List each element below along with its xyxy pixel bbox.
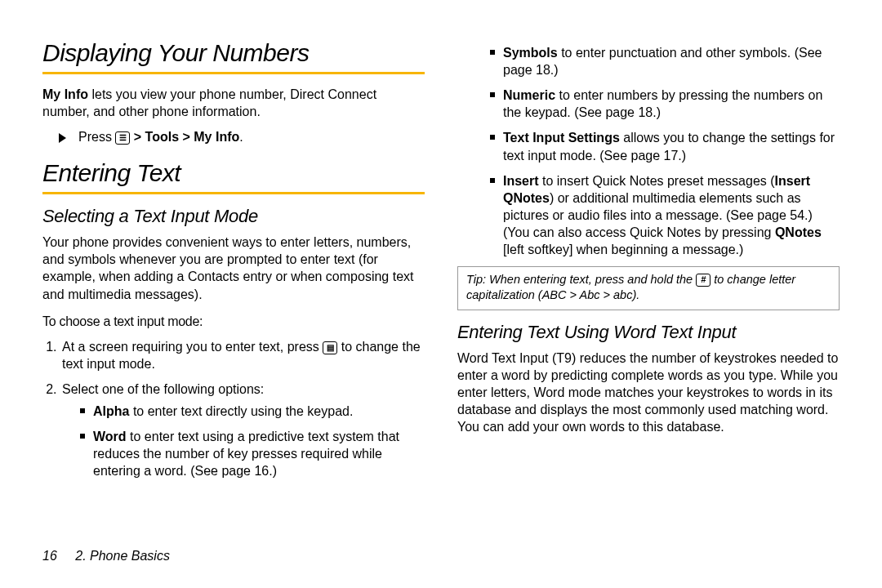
heading-displaying-numbers: Displaying Your Numbers [42,39,425,67]
option-word-label: Word [93,430,127,443]
step-2: Select one of the following options: Alp… [60,381,425,480]
myinfo-paragraph: My Info lets you view your phone number,… [42,86,425,120]
option-alpha-label: Alpha [93,404,129,418]
step1-text-a: At a screen requiring you to enter text,… [62,340,323,354]
option-insert-text1: to insert Quick Notes preset messages ( [539,174,775,188]
option-word-text: to enter text using a predictive text sy… [93,430,399,478]
option-tis-label: Text Input Settings [503,131,620,145]
tip-label: Tip: [466,273,486,286]
option-insert-qnotes2: QNotes [775,225,822,239]
option-alpha: Alpha to enter text directly using the k… [80,403,425,420]
option-insert-text2: ) or additional multimedia elements such… [503,191,813,239]
tip-text-a: When entering text, press and hold the [486,273,696,286]
press-instruction: Press > Tools > My Info. [42,130,425,145]
page-footer: 16 2. Phone Basics [42,549,840,564]
subheading-word-text-input: Entering Text Using Word Text Input [457,322,840,343]
right-column: Symbols to enter punctuation and other s… [457,39,840,541]
options-list-left: Alpha to enter text directly using the k… [62,403,425,479]
left-column: Displaying Your Numbers My Info lets you… [42,39,425,541]
options-key-icon [323,341,337,354]
chapter-title: 2. Phone Basics [75,549,170,563]
choose-mode-label: To choose a text input mode: [42,313,425,330]
option-alpha-text: to enter text directly using the keypad. [129,404,353,418]
option-numeric: Numeric to enter numbers by pressing the… [490,87,840,121]
option-symbols-label: Symbols [503,46,558,60]
option-insert: Insert to insert Quick Notes preset mess… [490,172,840,259]
options-list-right: Symbols to enter punctuation and other s… [457,44,840,258]
rule [42,192,425,194]
heading-entering-text: Entering Text [42,159,425,187]
option-word: Word to enter text using a predictive te… [80,428,425,479]
steps-list: At a screen requiring you to enter text,… [60,338,425,480]
step2-text: Select one of the following options: [62,382,264,396]
myinfo-bold: My Info [42,87,88,101]
page-number: 16 [42,549,57,563]
tip-box: Tip: When entering text, press and hold … [457,266,840,310]
press-dot: . [239,130,243,144]
rule [42,72,425,74]
option-numeric-label: Numeric [503,88,555,102]
triangle-bullet-icon [59,133,66,143]
hash-key-icon [696,274,710,287]
menu-key-icon [115,131,130,145]
step-1: At a screen requiring you to enter text,… [60,338,425,372]
press-path: > Tools > My Info [130,130,239,144]
option-symbols: Symbols to enter punctuation and other s… [490,44,840,78]
word-text-input-paragraph: Word Text Input (T9) reduces the number … [457,350,840,436]
select-mode-paragraph: Your phone provides convenient ways to e… [42,234,425,302]
option-text-input-settings: Text Input Settings allows you to change… [490,129,840,163]
option-insert-label: Insert [503,174,539,188]
subheading-select-mode: Selecting a Text Input Mode [42,206,425,227]
myinfo-text: lets you view your phone number, Direct … [42,87,376,118]
press-word: Press [78,130,115,144]
option-insert-text3: [left softkey] when beginning a message.… [503,243,743,256]
